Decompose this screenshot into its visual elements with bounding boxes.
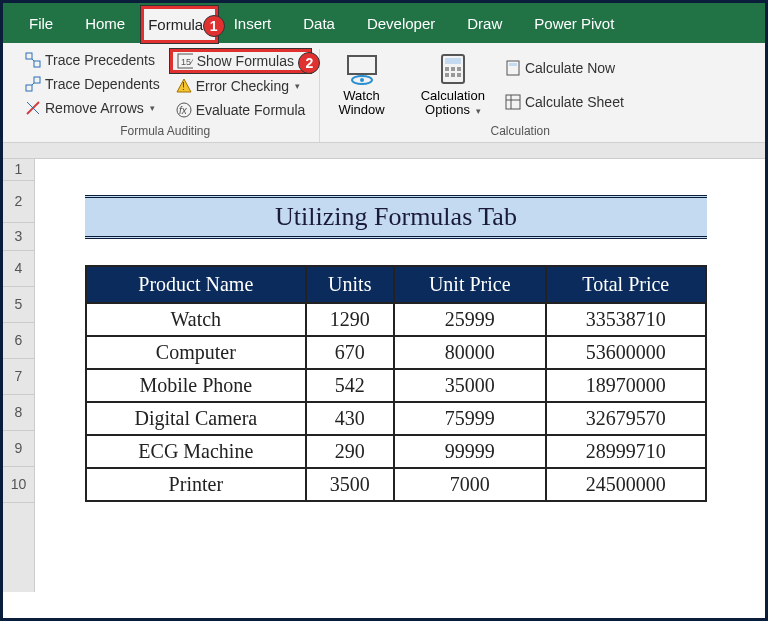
- calculate-sheet-label: Calculate Sheet: [525, 94, 624, 110]
- row-header[interactable]: 8: [3, 395, 34, 431]
- cell[interactable]: Mobile Phone: [86, 369, 306, 402]
- svg-text:15⁄: 15⁄: [181, 57, 193, 67]
- cell[interactable]: 28999710: [546, 435, 706, 468]
- evaluate-formula-icon: fx: [176, 102, 192, 118]
- row-header[interactable]: 6: [3, 323, 34, 359]
- row-header[interactable]: 10: [3, 467, 34, 503]
- svg-rect-20: [451, 67, 455, 71]
- tab-strip: File Home Formulas 1 Insert Data Develop…: [3, 3, 765, 43]
- svg-rect-19: [445, 67, 449, 71]
- tab-data[interactable]: Data: [287, 3, 351, 43]
- tab-formulas[interactable]: Formulas 1: [141, 6, 218, 43]
- row-header[interactable]: 5: [3, 287, 34, 323]
- group-auditing-label: Formula Auditing: [120, 122, 210, 142]
- cell[interactable]: Computer: [86, 336, 306, 369]
- trace-dependents-button[interactable]: Trace Dependents: [19, 73, 166, 95]
- svg-rect-27: [506, 95, 520, 109]
- chevron-down-icon: ▾: [295, 81, 300, 91]
- evaluate-formula-button[interactable]: fx Evaluate Formula: [170, 99, 312, 121]
- tab-insert[interactable]: Insert: [218, 3, 288, 43]
- callout-2: 2: [298, 52, 320, 74]
- cell[interactable]: 430: [306, 402, 394, 435]
- calculation-options-label: Calculation Options ▾: [421, 89, 485, 118]
- calculate-now-button[interactable]: Calculate Now: [499, 57, 630, 79]
- cell[interactable]: 1290: [306, 303, 394, 336]
- tab-file[interactable]: File: [13, 3, 69, 43]
- cell[interactable]: 25999: [394, 303, 546, 336]
- cell[interactable]: 75999: [394, 402, 546, 435]
- table-row: Watch12902599933538710: [86, 303, 706, 336]
- calculate-now-label: Calculate Now: [525, 60, 615, 76]
- table-row: Mobile Phone5423500018970000: [86, 369, 706, 402]
- svg-text:!: !: [182, 81, 185, 92]
- trace-dependents-label: Trace Dependents: [45, 76, 160, 92]
- cell[interactable]: 32679570: [546, 402, 706, 435]
- cell[interactable]: Printer: [86, 468, 306, 501]
- calculate-sheet-button[interactable]: Calculate Sheet: [499, 91, 630, 113]
- col-total[interactable]: Total Price: [546, 266, 706, 303]
- group-calculation: Calculation Options ▾ Calculate Now Calc…: [403, 49, 638, 142]
- trace-precedents-icon: [25, 52, 41, 68]
- callout-1: 1: [203, 15, 225, 37]
- remove-arrows-button[interactable]: Remove Arrows ▾: [19, 97, 166, 119]
- calculate-now-icon: [505, 60, 521, 76]
- svg-rect-18: [445, 58, 461, 64]
- cell[interactable]: 670: [306, 336, 394, 369]
- svg-rect-23: [451, 73, 455, 77]
- group-watch: Watch Window: [320, 49, 402, 142]
- cell[interactable]: 542: [306, 369, 394, 402]
- error-checking-button[interactable]: ! Error Checking ▾: [170, 75, 312, 97]
- cell[interactable]: 35000: [394, 369, 546, 402]
- tab-developer[interactable]: Developer: [351, 3, 451, 43]
- calculation-options-button[interactable]: Calculation Options ▾: [411, 49, 495, 122]
- row-header[interactable]: 9: [3, 431, 34, 467]
- watch-window-label: Watch Window: [338, 89, 384, 118]
- svg-rect-21: [457, 67, 461, 71]
- cell[interactable]: 80000: [394, 336, 546, 369]
- col-product[interactable]: Product Name: [86, 266, 306, 303]
- chevron-down-icon: ▾: [476, 106, 481, 116]
- row-header[interactable]: 4: [3, 251, 34, 287]
- svg-rect-24: [457, 73, 461, 77]
- cell[interactable]: 24500000: [546, 468, 706, 501]
- cell[interactable]: Watch: [86, 303, 306, 336]
- col-units[interactable]: Units: [306, 266, 394, 303]
- cell[interactable]: Digital Camera: [86, 402, 306, 435]
- trace-precedents-label: Trace Precedents: [45, 52, 155, 68]
- watch-window-icon: [345, 53, 379, 87]
- tab-draw[interactable]: Draw: [451, 3, 518, 43]
- group-calc-label: Calculation: [491, 122, 550, 142]
- svg-line-5: [32, 83, 34, 85]
- watch-window-button[interactable]: Watch Window: [328, 49, 394, 122]
- cell[interactable]: 290: [306, 435, 394, 468]
- group-formula-auditing: Trace Precedents Trace Dependents Remove…: [11, 49, 320, 142]
- row-header[interactable]: 3: [3, 223, 34, 251]
- tab-home[interactable]: Home: [69, 3, 141, 43]
- row-header[interactable]: 7: [3, 359, 34, 395]
- show-formulas-icon: 15⁄: [177, 53, 193, 69]
- col-unitprice[interactable]: Unit Price: [394, 266, 546, 303]
- svg-rect-3: [26, 85, 32, 91]
- cell[interactable]: 7000: [394, 468, 546, 501]
- svg-line-2: [32, 59, 34, 61]
- page-title: Utilizing Formulas Tab: [85, 195, 707, 239]
- cell[interactable]: 99999: [394, 435, 546, 468]
- tab-powerpivot[interactable]: Power Pivot: [518, 3, 630, 43]
- cell[interactable]: 53600000: [546, 336, 706, 369]
- cell[interactable]: 3500: [306, 468, 394, 501]
- show-formulas-label: Show Formulas: [197, 53, 294, 69]
- cell[interactable]: 18970000: [546, 369, 706, 402]
- row-header[interactable]: 2: [3, 181, 34, 223]
- svg-text:fx: fx: [179, 105, 188, 116]
- row-header[interactable]: 1: [3, 159, 34, 181]
- evaluate-formula-label: Evaluate Formula: [196, 102, 306, 118]
- svg-rect-26: [509, 63, 517, 66]
- trace-precedents-button[interactable]: Trace Precedents: [19, 49, 166, 71]
- cell[interactable]: 33538710: [546, 303, 706, 336]
- remove-arrows-label: Remove Arrows: [45, 100, 144, 116]
- show-formulas-button[interactable]: 15⁄ Show Formulas 2: [170, 49, 312, 73]
- table-row: Printer3500700024500000: [86, 468, 706, 501]
- data-table: Product Name Units Unit Price Total Pric…: [85, 265, 707, 502]
- remove-arrows-icon: [25, 100, 41, 116]
- cell[interactable]: ECG Machine: [86, 435, 306, 468]
